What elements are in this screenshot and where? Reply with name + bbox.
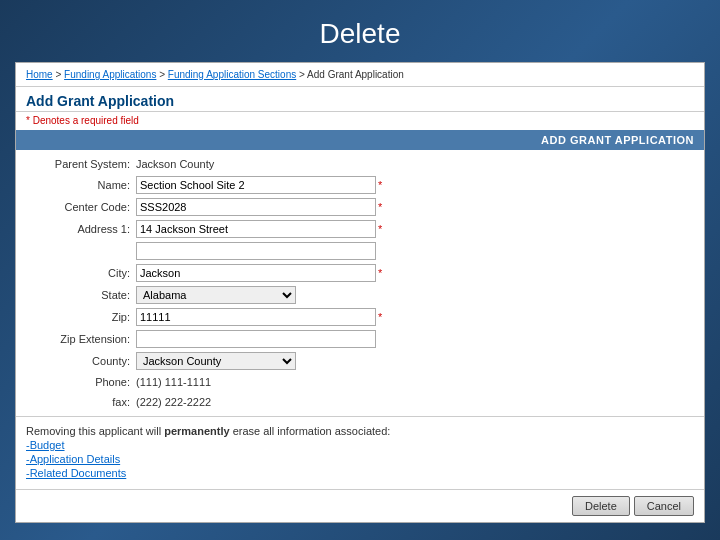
- address1-required: *: [378, 223, 382, 235]
- breadcrumb-home[interactable]: Home: [26, 69, 53, 80]
- required-note: * Denotes a required field: [16, 112, 704, 130]
- zip-input[interactable]: [136, 308, 376, 326]
- form-title: Add Grant Application: [16, 87, 704, 112]
- cancel-button[interactable]: Cancel: [634, 496, 694, 516]
- warning-item-related-documents: -Related Documents: [26, 467, 694, 479]
- phone-row: Phone: (111) 111-1111: [16, 372, 704, 392]
- city-row: City: *: [16, 262, 704, 284]
- address1-input[interactable]: [136, 220, 376, 238]
- section-header: ADD GRANT APPLICATION: [16, 130, 704, 150]
- delete-button[interactable]: Delete: [572, 496, 630, 516]
- page-title: Delete: [320, 0, 401, 62]
- center-code-row: Center Code: *: [16, 196, 704, 218]
- button-row: Delete Cancel: [16, 489, 704, 522]
- breadcrumb-current: Add Grant Application: [307, 69, 404, 80]
- city-label: City:: [26, 267, 136, 279]
- content-area: Home > Funding Applications > Funding Ap…: [15, 62, 705, 523]
- name-input[interactable]: [136, 176, 376, 194]
- phone-label: Phone:: [26, 376, 136, 388]
- warning-item-budget: -Budget: [26, 439, 694, 451]
- address2-row: [16, 240, 704, 262]
- name-row: Name: *: [16, 174, 704, 196]
- parent-system-value: Jackson County: [136, 158, 214, 170]
- fax-value: (222) 222-2222: [136, 396, 211, 408]
- zip-row: Zip: *: [16, 306, 704, 328]
- fax-label: fax:: [26, 396, 136, 408]
- state-row: State: Alabama: [16, 284, 704, 306]
- name-required: *: [378, 179, 382, 191]
- address1-row: Address 1: *: [16, 218, 704, 240]
- center-code-label: Center Code:: [26, 201, 136, 213]
- city-input[interactable]: [136, 264, 376, 282]
- county-label: County:: [26, 355, 136, 367]
- county-row: County: Jackson County: [16, 350, 704, 372]
- zip-extension-label: Zip Extension:: [26, 333, 136, 345]
- parent-system-row: Parent System: Jackson County: [16, 154, 704, 174]
- address1-label: Address 1:: [26, 223, 136, 235]
- name-label: Name:: [26, 179, 136, 191]
- state-label: State:: [26, 289, 136, 301]
- zip-label: Zip:: [26, 311, 136, 323]
- parent-system-label: Parent System:: [26, 158, 136, 170]
- fax-row: fax: (222) 222-2222: [16, 392, 704, 412]
- zip-required: *: [378, 311, 382, 323]
- phone-value: (111) 111-1111: [136, 376, 211, 388]
- breadcrumb: Home > Funding Applications > Funding Ap…: [16, 63, 704, 87]
- breadcrumb-funding-applications[interactable]: Funding Applications: [64, 69, 156, 80]
- center-code-required: *: [378, 201, 382, 213]
- address2-input[interactable]: [136, 242, 376, 260]
- state-select[interactable]: Alabama: [136, 286, 296, 304]
- zip-extension-row: Zip Extension:: [16, 328, 704, 350]
- warning-line1: Removing this applicant will permanently…: [26, 425, 694, 437]
- county-select[interactable]: Jackson County: [136, 352, 296, 370]
- zip-extension-input[interactable]: [136, 330, 376, 348]
- form-table: Parent System: Jackson County Name: * Ce…: [16, 150, 704, 416]
- breadcrumb-funding-application-sections[interactable]: Funding Application Sections: [168, 69, 296, 80]
- city-required: *: [378, 267, 382, 279]
- warning-item-application-details: -Application Details: [26, 453, 694, 465]
- warning-section: Removing this applicant will permanently…: [16, 416, 704, 489]
- center-code-input[interactable]: [136, 198, 376, 216]
